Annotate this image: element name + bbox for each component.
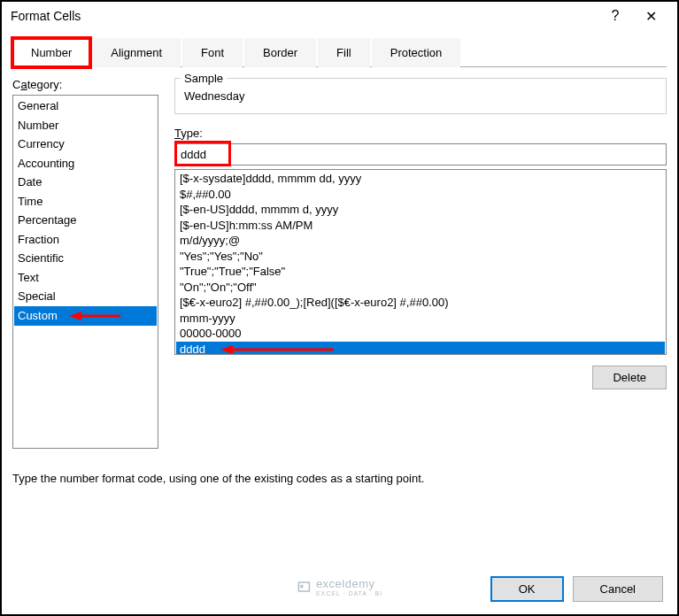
sample-label: Sample: [181, 72, 227, 85]
sample-group: Sample Wednesday: [174, 78, 667, 114]
category-item-date[interactable]: Date: [14, 173, 157, 192]
left-column: Category: General Number Currency Accoun…: [12, 78, 158, 449]
svg-rect-4: [298, 582, 309, 591]
tab-border[interactable]: Border: [244, 38, 316, 67]
ok-button[interactable]: OK: [490, 576, 564, 602]
type-label: Type:: [174, 127, 667, 140]
format-option[interactable]: mmm-yyyy: [176, 311, 665, 327]
type-input[interactable]: [174, 143, 667, 166]
category-item-number[interactable]: Number: [14, 116, 157, 135]
svg-marker-3: [220, 345, 233, 354]
help-text: Type the number format code, using one o…: [12, 472, 667, 485]
category-item-accounting[interactable]: Accounting: [14, 154, 157, 173]
watermark-logo: exceldemy EXCEL · DATA · BI: [297, 577, 382, 597]
format-option[interactable]: "Yes";"Yes";"No": [176, 249, 665, 265]
format-option[interactable]: "True";"True";"False": [176, 264, 665, 280]
category-item-custom[interactable]: Custom: [14, 306, 157, 326]
sample-value: Wednesday: [184, 86, 657, 103]
body-area: Category: General Number Currency Accoun…: [2, 67, 677, 459]
dialog-buttons: OK Cancel: [490, 576, 663, 602]
category-item-special[interactable]: Special: [14, 287, 157, 306]
formats-listbox[interactable]: [$-x-sysdate]dddd, mmmm dd, yyyy $#,##0.…: [174, 169, 667, 355]
close-button[interactable]: ✕: [633, 2, 668, 30]
dialog-title: Format Cells: [11, 9, 598, 23]
delete-row: Delete: [174, 366, 667, 389]
arrow-annotation-icon: [69, 310, 122, 322]
format-option[interactable]: "On";"On";"Off": [176, 280, 665, 296]
format-option-selected[interactable]: dddd: [176, 342, 665, 355]
titlebar: Format Cells ? ✕: [2, 2, 677, 30]
tab-font[interactable]: Font: [182, 38, 243, 67]
category-label: Category:: [12, 78, 158, 91]
right-column: Sample Wednesday Type: [$-x-sysdate]dddd…: [174, 78, 667, 449]
category-item-fraction[interactable]: Fraction: [14, 230, 157, 250]
tab-strip: Number Alignment Font Border Fill Protec…: [12, 37, 667, 67]
format-option[interactable]: [$-x-sysdate]dddd, mmmm dd, yyyy: [176, 171, 665, 187]
category-item-scientific[interactable]: Scientific: [14, 249, 157, 268]
tab-number[interactable]: Number: [12, 38, 90, 67]
tab-fill[interactable]: Fill: [318, 38, 370, 67]
format-option[interactable]: [$-en-US]h:mm:ss AM/PM: [176, 218, 665, 234]
help-button[interactable]: ?: [598, 2, 633, 30]
watermark-icon: [297, 579, 312, 595]
svg-marker-1: [69, 312, 81, 320]
format-option[interactable]: 00000-0000: [176, 326, 665, 342]
tab-protection[interactable]: Protection: [372, 38, 461, 67]
format-option[interactable]: m/d/yyyy;@: [176, 233, 665, 249]
category-item-text[interactable]: Text: [14, 268, 157, 288]
format-option[interactable]: [$€-x-euro2] #,##0.00_);[Red]([$€-x-euro…: [176, 295, 665, 311]
cancel-button[interactable]: Cancel: [573, 576, 663, 602]
format-option[interactable]: [$-en-US]dddd, mmmm d, yyyy: [176, 202, 665, 218]
category-item-currency[interactable]: Currency: [14, 135, 157, 154]
format-option[interactable]: $#,##0.00: [176, 187, 665, 203]
category-item-time[interactable]: Time: [14, 192, 157, 212]
type-input-wrap: [174, 143, 667, 169]
category-listbox[interactable]: General Number Currency Accounting Date …: [12, 95, 158, 449]
category-item-general[interactable]: General: [14, 96, 157, 116]
tab-alignment[interactable]: Alignment: [92, 38, 181, 67]
category-item-percentage[interactable]: Percentage: [14, 211, 157, 230]
delete-button[interactable]: Delete: [592, 366, 667, 389]
arrow-annotation-icon: [220, 343, 336, 355]
